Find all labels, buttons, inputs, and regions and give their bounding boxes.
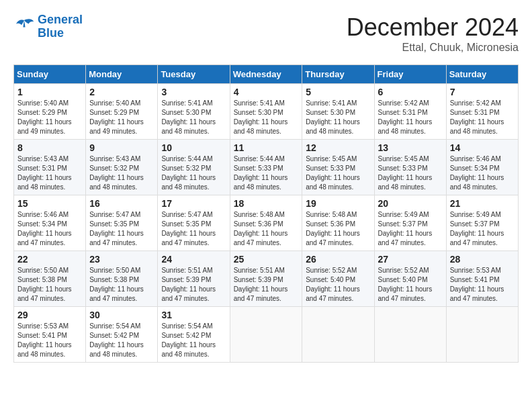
calendar-cell: 3Sunrise: 5:41 AMSunset: 5:30 PMDaylight… — [158, 84, 230, 140]
calendar-cell: 18Sunrise: 5:48 AMSunset: 5:36 PMDayligh… — [230, 195, 302, 251]
weekday-header-friday: Friday — [374, 65, 446, 84]
day-info: Sunrise: 5:54 AMSunset: 5:42 PMDaylight:… — [89, 322, 154, 359]
day-number: 24 — [161, 254, 226, 265]
day-number: 31 — [161, 310, 226, 320]
day-number: 10 — [161, 142, 226, 153]
day-number: 8 — [17, 142, 82, 153]
day-info: Sunrise: 5:53 AMSunset: 5:41 PMDaylight:… — [450, 266, 515, 304]
calendar-cell: 14Sunrise: 5:46 AMSunset: 5:34 PMDayligh… — [446, 140, 518, 195]
weekday-header-sunday: Sunday — [14, 65, 86, 84]
day-number: 28 — [450, 254, 515, 265]
calendar-cell: 8Sunrise: 5:43 AMSunset: 5:31 PMDaylight… — [14, 140, 86, 195]
calendar-cell — [230, 307, 302, 363]
day-number: 4 — [234, 87, 299, 97]
calendar-cell: 22Sunrise: 5:50 AMSunset: 5:38 PMDayligh… — [14, 251, 86, 307]
day-info: Sunrise: 5:51 AMSunset: 5:39 PMDaylight:… — [161, 266, 226, 304]
day-number: 5 — [306, 87, 370, 97]
day-number: 30 — [89, 310, 154, 320]
day-info: Sunrise: 5:42 AMSunset: 5:31 PMDaylight:… — [450, 99, 515, 136]
day-info: Sunrise: 5:49 AMSunset: 5:37 PMDaylight:… — [378, 210, 443, 248]
day-info: Sunrise: 5:41 AMSunset: 5:30 PMDaylight:… — [306, 99, 370, 136]
day-info: Sunrise: 5:47 AMSunset: 5:35 PMDaylight:… — [89, 210, 154, 248]
day-number: 17 — [161, 198, 226, 209]
day-info: Sunrise: 5:51 AMSunset: 5:39 PMDaylight:… — [234, 266, 299, 304]
weekday-header-saturday: Saturday — [446, 65, 518, 84]
calendar-cell: 10Sunrise: 5:44 AMSunset: 5:32 PMDayligh… — [158, 140, 230, 195]
day-info: Sunrise: 5:40 AMSunset: 5:29 PMDaylight:… — [17, 99, 82, 136]
day-number: 13 — [378, 142, 443, 153]
location: Ettal, Chuuk, Micronesia — [347, 42, 519, 54]
calendar-cell: 4Sunrise: 5:41 AMSunset: 5:30 PMDaylight… — [230, 84, 302, 140]
calendar-cell: 24Sunrise: 5:51 AMSunset: 5:39 PMDayligh… — [158, 251, 230, 307]
calendar-cell: 19Sunrise: 5:48 AMSunset: 5:36 PMDayligh… — [302, 195, 374, 251]
day-info: Sunrise: 5:50 AMSunset: 5:38 PMDaylight:… — [89, 266, 154, 304]
day-number: 1 — [17, 87, 82, 97]
day-info: Sunrise: 5:48 AMSunset: 5:36 PMDaylight:… — [306, 210, 370, 248]
day-number: 16 — [89, 198, 154, 209]
calendar-cell: 6Sunrise: 5:42 AMSunset: 5:31 PMDaylight… — [374, 84, 446, 140]
calendar-cell: 17Sunrise: 5:47 AMSunset: 5:35 PMDayligh… — [158, 195, 230, 251]
day-number: 27 — [378, 254, 443, 265]
day-info: Sunrise: 5:50 AMSunset: 5:38 PMDaylight:… — [17, 266, 82, 304]
calendar-cell: 13Sunrise: 5:45 AMSunset: 5:33 PMDayligh… — [374, 140, 446, 195]
day-info: Sunrise: 5:45 AMSunset: 5:33 PMDaylight:… — [306, 154, 370, 192]
day-info: Sunrise: 5:45 AMSunset: 5:33 PMDaylight:… — [378, 154, 443, 192]
day-info: Sunrise: 5:49 AMSunset: 5:37 PMDaylight:… — [450, 210, 515, 248]
day-number: 11 — [234, 142, 299, 153]
calendar-cell: 7Sunrise: 5:42 AMSunset: 5:31 PMDaylight… — [446, 84, 518, 140]
day-number: 23 — [89, 254, 154, 265]
day-info: Sunrise: 5:48 AMSunset: 5:36 PMDaylight:… — [234, 210, 299, 248]
calendar-cell: 2Sunrise: 5:40 AMSunset: 5:29 PMDaylight… — [86, 84, 158, 140]
day-number: 25 — [234, 254, 299, 265]
day-info: Sunrise: 5:52 AMSunset: 5:40 PMDaylight:… — [378, 266, 443, 304]
calendar-cell — [302, 307, 374, 363]
day-info: Sunrise: 5:44 AMSunset: 5:33 PMDaylight:… — [234, 154, 299, 192]
day-number: 29 — [17, 310, 82, 320]
calendar-cell: 9Sunrise: 5:43 AMSunset: 5:32 PMDaylight… — [86, 140, 158, 195]
page-header: General Blue December 2024 Ettal, Chuuk,… — [13, 13, 519, 54]
weekday-header-thursday: Thursday — [302, 65, 374, 84]
calendar-cell: 11Sunrise: 5:44 AMSunset: 5:33 PMDayligh… — [230, 140, 302, 195]
day-number: 7 — [450, 87, 515, 97]
day-number: 15 — [17, 198, 82, 209]
calendar-cell: 30Sunrise: 5:54 AMSunset: 5:42 PMDayligh… — [86, 307, 158, 363]
day-info: Sunrise: 5:43 AMSunset: 5:31 PMDaylight:… — [17, 154, 82, 192]
day-number: 19 — [306, 198, 370, 209]
day-number: 22 — [17, 254, 82, 265]
day-info: Sunrise: 5:54 AMSunset: 5:42 PMDaylight:… — [161, 322, 226, 359]
day-number: 26 — [306, 254, 370, 265]
day-info: Sunrise: 5:42 AMSunset: 5:31 PMDaylight:… — [378, 99, 443, 136]
calendar-cell: 21Sunrise: 5:49 AMSunset: 5:37 PMDayligh… — [446, 195, 518, 251]
day-info: Sunrise: 5:46 AMSunset: 5:34 PMDaylight:… — [17, 210, 82, 248]
day-number: 2 — [89, 87, 154, 97]
day-number: 21 — [450, 198, 515, 209]
day-number: 12 — [306, 142, 370, 153]
day-info: Sunrise: 5:47 AMSunset: 5:35 PMDaylight:… — [161, 210, 226, 248]
calendar-cell: 16Sunrise: 5:47 AMSunset: 5:35 PMDayligh… — [86, 195, 158, 251]
week-row-1: 8Sunrise: 5:43 AMSunset: 5:31 PMDaylight… — [14, 140, 519, 195]
day-number: 20 — [378, 198, 443, 209]
day-number: 3 — [161, 87, 226, 97]
calendar-cell: 20Sunrise: 5:49 AMSunset: 5:37 PMDayligh… — [374, 195, 446, 251]
day-info: Sunrise: 5:44 AMSunset: 5:32 PMDaylight:… — [161, 154, 226, 192]
calendar-cell: 23Sunrise: 5:50 AMSunset: 5:38 PMDayligh… — [86, 251, 158, 307]
day-number: 6 — [378, 87, 443, 97]
weekday-header-tuesday: Tuesday — [158, 65, 230, 84]
month-title: December 2024 — [347, 13, 519, 42]
calendar-table: SundayMondayTuesdayWednesdayThursdayFrid… — [13, 64, 519, 363]
calendar-cell: 26Sunrise: 5:52 AMSunset: 5:40 PMDayligh… — [302, 251, 374, 307]
day-info: Sunrise: 5:52 AMSunset: 5:40 PMDaylight:… — [306, 266, 370, 304]
weekday-header-row: SundayMondayTuesdayWednesdayThursdayFrid… — [14, 65, 519, 84]
week-row-4: 29Sunrise: 5:53 AMSunset: 5:41 PMDayligh… — [14, 307, 519, 363]
day-info: Sunrise: 5:46 AMSunset: 5:34 PMDaylight:… — [450, 154, 515, 192]
calendar-cell — [374, 307, 446, 363]
calendar-cell: 5Sunrise: 5:41 AMSunset: 5:30 PMDaylight… — [302, 84, 374, 140]
day-info: Sunrise: 5:41 AMSunset: 5:30 PMDaylight:… — [161, 99, 226, 136]
weekday-header-monday: Monday — [86, 65, 158, 84]
day-number: 9 — [89, 142, 154, 153]
day-info: Sunrise: 5:43 AMSunset: 5:32 PMDaylight:… — [89, 154, 154, 192]
calendar-cell — [446, 307, 518, 363]
calendar-cell: 29Sunrise: 5:53 AMSunset: 5:41 PMDayligh… — [14, 307, 86, 363]
week-row-2: 15Sunrise: 5:46 AMSunset: 5:34 PMDayligh… — [14, 195, 519, 251]
logo-text: General Blue — [38, 13, 83, 40]
